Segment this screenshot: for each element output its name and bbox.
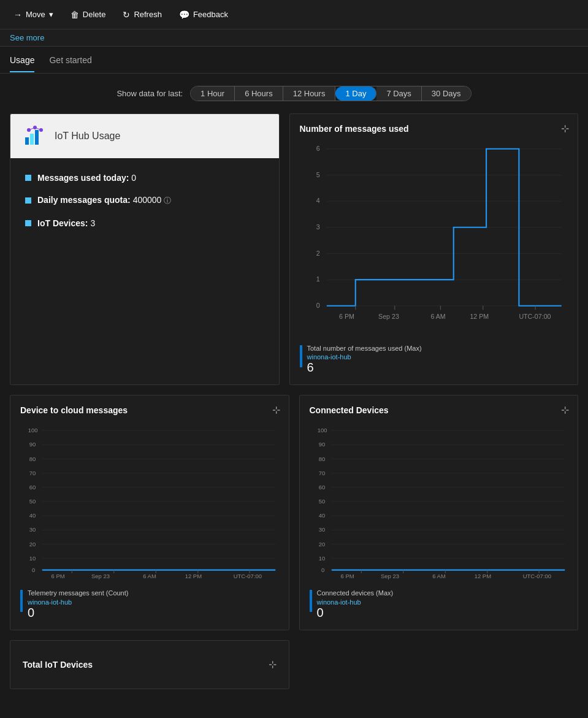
- device-cloud-chart-svg: 100 90 80 70 60 50 40 30 20 10 0: [20, 422, 279, 582]
- svg-text:UTC-07:00: UTC-07:00: [522, 573, 551, 580]
- stat-dot-quota: [25, 197, 31, 204]
- pill-1d[interactable]: 1 Day: [335, 86, 376, 101]
- svg-text:6: 6: [316, 145, 319, 152]
- svg-text:6 PM: 6 PM: [340, 573, 354, 580]
- legend-color-bar-connected: [310, 590, 312, 612]
- pill-1h[interactable]: 1 Hour: [191, 86, 235, 101]
- svg-text:60: 60: [29, 484, 36, 491]
- messages-chart-legend: Total number of messages used (Max) wino…: [300, 344, 568, 375]
- delete-label: Delete: [83, 10, 106, 19]
- row-2: Device to cloud messages ⊹ 100 90 80 70 …: [10, 395, 578, 630]
- svg-text:20: 20: [29, 541, 36, 548]
- svg-text:5: 5: [316, 171, 319, 178]
- svg-text:30: 30: [318, 527, 325, 533]
- row-3: Total IoT Devices ⊹: [10, 640, 578, 689]
- iot-hub-logo: [23, 124, 47, 148]
- svg-text:12 PM: 12 PM: [474, 573, 491, 580]
- svg-text:3: 3: [316, 223, 319, 231]
- iot-usage-title: IoT Hub Usage: [55, 131, 120, 142]
- svg-text:4: 4: [316, 197, 319, 204]
- svg-text:6 PM: 6 PM: [339, 313, 354, 320]
- pill-30d[interactable]: 30 Days: [422, 86, 471, 101]
- pill-6h[interactable]: 6 Hours: [235, 86, 283, 101]
- main-content: IoT Hub Usage Messages used today: 0 Dai…: [0, 107, 588, 699]
- legend-color-bar-device-cloud: [20, 590, 23, 612]
- move-icon: →: [13, 10, 22, 20]
- svg-text:12 PM: 12 PM: [470, 313, 489, 320]
- messages-chart-title: Number of messages used: [300, 124, 568, 134]
- stat-daily-quota: Daily messages quota: 400000 ⓘ: [25, 195, 264, 206]
- refresh-label: Refresh: [134, 10, 162, 19]
- stat-label-quota: Daily messages quota: 400000 ⓘ: [37, 195, 171, 206]
- svg-text:6 AM: 6 AM: [432, 573, 446, 580]
- pin-icon-connected[interactable]: ⊹: [561, 404, 569, 416]
- stat-label-messages: Messages used today: 0: [37, 173, 136, 183]
- connected-devices-chart-svg: 100 90 80 70 60 50 40 30 20 10 0: [310, 422, 568, 582]
- delete-icon: 🗑: [71, 10, 79, 20]
- move-button[interactable]: → Move ▾: [7, 6, 59, 23]
- svg-text:1: 1: [316, 275, 319, 283]
- svg-text:2: 2: [316, 250, 319, 257]
- pin-icon-device-cloud[interactable]: ⊹: [272, 404, 280, 416]
- svg-text:80: 80: [318, 456, 325, 462]
- svg-text:100: 100: [28, 427, 38, 434]
- pill-12h[interactable]: 12 Hours: [283, 86, 336, 101]
- svg-text:90: 90: [318, 441, 325, 448]
- pin-icon-total-iot[interactable]: ⊹: [269, 659, 277, 670]
- iot-usage-body: Messages used today: 0 Daily messages qu…: [10, 158, 279, 243]
- move-label: Move: [26, 10, 45, 19]
- svg-text:40: 40: [29, 513, 36, 519]
- legend-metric-messages: Total number of messages used (Max): [307, 344, 422, 353]
- refresh-button[interactable]: ↻ Refresh: [116, 6, 168, 23]
- svg-text:12 PM: 12 PM: [185, 573, 202, 580]
- svg-text:UTC-07:00: UTC-07:00: [234, 573, 262, 580]
- legend-value-messages: 6: [307, 361, 422, 375]
- legend-hub-device-cloud: winona-iot-hub: [28, 598, 128, 606]
- svg-text:Sep 23: Sep 23: [91, 573, 110, 580]
- row-1: IoT Hub Usage Messages used today: 0 Dai…: [10, 113, 578, 385]
- svg-text:UTC-07:00: UTC-07:00: [519, 313, 551, 320]
- svg-text:70: 70: [29, 470, 36, 476]
- svg-text:6 AM: 6 AM: [430, 313, 445, 320]
- svg-text:50: 50: [29, 498, 36, 505]
- svg-text:40: 40: [318, 513, 325, 519]
- range-selector: Show data for last: 1 Hour 6 Hours 12 Ho…: [0, 74, 588, 107]
- svg-text:0: 0: [32, 567, 35, 573]
- legend-value-device-cloud: 0: [28, 606, 128, 620]
- pill-7d[interactable]: 7 Days: [376, 86, 421, 101]
- svg-text:100: 100: [317, 427, 327, 434]
- legend-color-bar-messages: [300, 345, 302, 367]
- svg-text:0: 0: [321, 567, 324, 573]
- toolbar: → Move ▾ 🗑 Delete ↻ Refresh 💬 Feedback: [0, 0, 588, 29]
- svg-text:60: 60: [318, 484, 325, 491]
- svg-text:50: 50: [318, 498, 325, 505]
- tabs-bar: Usage Get started: [0, 47, 588, 74]
- svg-text:Sep 23: Sep 23: [378, 313, 399, 320]
- total-iot-card: Total IoT Devices ⊹: [10, 640, 289, 689]
- see-more-bar: See more: [0, 29, 588, 47]
- range-label: Show data for last:: [116, 89, 183, 98]
- info-icon[interactable]: ⓘ: [164, 196, 171, 205]
- messages-chart-card: Number of messages used ⊹ 6 5 4 3 2 1 0: [289, 113, 579, 385]
- stat-iot-devices: IoT Devices: 3: [25, 218, 264, 228]
- tab-get-started[interactable]: Get started: [49, 48, 91, 72]
- stat-label-devices: IoT Devices: 3: [37, 218, 95, 228]
- tab-usage[interactable]: Usage: [10, 48, 34, 72]
- svg-text:80: 80: [29, 456, 36, 462]
- chevron-down-icon: ▾: [49, 10, 53, 19]
- svg-text:90: 90: [29, 441, 36, 448]
- refresh-icon: ↻: [123, 10, 130, 20]
- svg-text:Sep 23: Sep 23: [380, 573, 399, 580]
- svg-text:10: 10: [29, 555, 36, 562]
- range-pills: 1 Hour 6 Hours 12 Hours 1 Day 7 Days 30 …: [190, 86, 471, 101]
- feedback-button[interactable]: 💬 Feedback: [173, 6, 234, 23]
- svg-text:6 PM: 6 PM: [52, 573, 65, 580]
- legend-hub-messages: winona-iot-hub: [307, 353, 422, 361]
- see-more-link[interactable]: See more: [10, 33, 44, 42]
- pin-icon-messages[interactable]: ⊹: [561, 123, 569, 134]
- messages-chart-svg: 6 5 4 3 2 1 0 6 PM Sep 23: [300, 141, 568, 337]
- iot-usage-card: IoT Hub Usage Messages used today: 0 Dai…: [10, 113, 280, 385]
- delete-button[interactable]: 🗑 Delete: [64, 6, 112, 23]
- device-cloud-chart-title: Device to cloud messages: [20, 405, 279, 415]
- legend-metric-device-cloud: Telemetry messages sent (Count): [28, 589, 128, 598]
